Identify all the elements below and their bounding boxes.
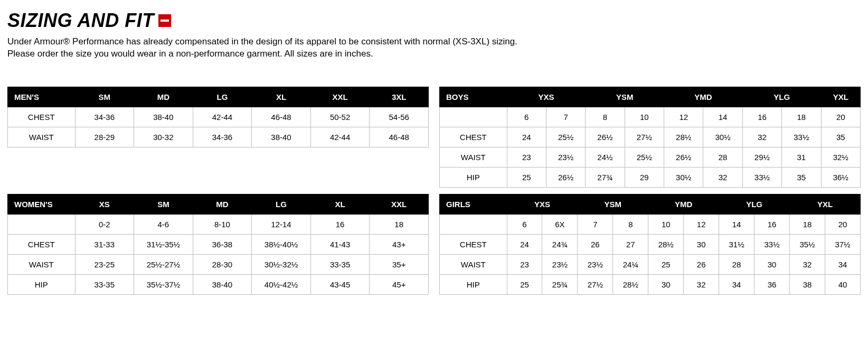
- size-cell: 16: [754, 214, 790, 234]
- size-cell: 33-35: [310, 254, 370, 274]
- size-cell: 24: [507, 127, 546, 147]
- size-cell: 29: [625, 167, 664, 187]
- size-cell: 27: [613, 234, 648, 254]
- size-header: YSM: [578, 194, 648, 214]
- size-cell: 46-48: [252, 107, 311, 127]
- size-cell: 20: [821, 107, 860, 127]
- womens-table: WOMEN'SXSSMMDLGXLXXL0-24-68-1012-141618C…: [7, 194, 429, 295]
- size-cell: 25: [507, 167, 546, 187]
- size-cell: 36½: [821, 167, 860, 187]
- table-title: GIRLS: [440, 194, 507, 214]
- size-header: YLG: [719, 194, 790, 214]
- size-cell: 18: [790, 214, 825, 234]
- size-cell: 33½: [742, 167, 781, 187]
- size-header: SM: [75, 87, 134, 107]
- size-cell: 20: [825, 214, 860, 234]
- size-cell: 32: [703, 167, 742, 187]
- size-cell: 40½-42½: [252, 274, 311, 294]
- size-cell: 31: [782, 147, 821, 167]
- size-header: XXL: [370, 194, 429, 214]
- size-cell: 54-56: [370, 107, 429, 127]
- size-cell: 34-36: [75, 107, 134, 127]
- size-cell: 38-40: [134, 107, 193, 127]
- size-cell: 30: [648, 274, 684, 294]
- size-cell: 10: [648, 214, 684, 234]
- size-cell: 33-35: [75, 274, 134, 294]
- size-cell: 24¼: [613, 254, 648, 274]
- size-cell: 23½: [546, 147, 585, 167]
- size-header: YXS: [507, 87, 586, 107]
- size-cell: 27½: [578, 274, 613, 294]
- collapse-icon[interactable]: [158, 14, 171, 27]
- size-header: LG: [252, 194, 311, 214]
- size-cell: 26: [578, 234, 613, 254]
- size-cell: 6: [507, 107, 546, 127]
- size-cell: 32: [684, 274, 719, 294]
- size-cell: 38½-40½: [252, 234, 311, 254]
- size-cell: 30: [684, 234, 719, 254]
- size-cell: 31½-35½: [134, 234, 193, 254]
- size-cell: 36: [754, 274, 790, 294]
- size-cell: 28: [719, 254, 754, 274]
- boys-table: BOYSYXSYSMYMDYLGYXL678101214161820CHEST2…: [439, 87, 861, 188]
- size-cell: 27¾: [586, 167, 625, 187]
- size-cell: 8-10: [193, 214, 252, 234]
- row-label: WAIST: [8, 127, 76, 147]
- size-cell: 45+: [370, 274, 429, 294]
- size-cell: 16: [310, 214, 370, 234]
- size-header: YSM: [586, 87, 664, 107]
- row-label: WAIST: [8, 254, 76, 274]
- table-row: CHEST34-3638-4042-4446-4850-5254-56: [8, 107, 429, 127]
- size-cell: 38-40: [252, 127, 311, 147]
- row-label: CHEST: [440, 234, 507, 254]
- size-cell: 31-33: [75, 234, 134, 254]
- table-row: HIP2526½27¾2930½3233½3536½: [440, 167, 861, 187]
- table-row: WAIST2323½23½24¼252628303234: [440, 254, 861, 274]
- size-cell: 42-44: [193, 107, 252, 127]
- size-header: YXL: [790, 194, 861, 214]
- size-cell: 24¾: [542, 234, 578, 254]
- size-cell: 28½: [648, 234, 684, 254]
- size-cell: 28: [703, 147, 742, 167]
- womens-table-wrap: WOMEN'SXSSMMDLGXLXXL0-24-68-1012-141618C…: [7, 194, 429, 295]
- row-label: [8, 214, 76, 234]
- row-label: [440, 107, 507, 127]
- size-cell: 25: [648, 254, 684, 274]
- size-header: YMD: [664, 87, 743, 107]
- size-cell: 25¾: [542, 274, 578, 294]
- size-cell: 28½: [613, 274, 648, 294]
- size-cell: 8: [613, 214, 648, 234]
- row-label: WAIST: [440, 254, 507, 274]
- table-title: BOYS: [440, 87, 507, 107]
- description: Under Armour® Performance has already co…: [7, 36, 861, 60]
- size-cell: 34-36: [193, 127, 252, 147]
- size-cell: 24: [507, 234, 542, 254]
- size-cell: 28½: [664, 127, 703, 147]
- size-header: YLG: [742, 87, 821, 107]
- size-cell: 35: [782, 167, 821, 187]
- size-cell: 30-32: [134, 127, 193, 147]
- size-cell: 38-40: [193, 274, 252, 294]
- size-cell: 18: [370, 214, 429, 234]
- size-header: 3XL: [370, 87, 429, 107]
- tables-grid: MEN'SSMMDLGXLXXL3XLCHEST34-3638-4042-444…: [7, 87, 861, 295]
- girls-table-wrap: GIRLSYXSYSMYMDYLGYXL66X78101214161820CHE…: [439, 194, 861, 295]
- size-cell: 8: [586, 107, 625, 127]
- size-cell: 10: [625, 107, 664, 127]
- table-row: WAIST28-2930-3234-3638-4042-4446-48: [8, 127, 429, 147]
- size-cell: 29½: [742, 147, 781, 167]
- size-cell: 32½: [821, 147, 860, 167]
- size-cell: 25½: [546, 127, 585, 147]
- size-cell: 7: [578, 214, 613, 234]
- size-cell: 40: [825, 274, 860, 294]
- size-cell: 23-25: [75, 254, 134, 274]
- size-header: XL: [310, 194, 370, 214]
- row-label: HIP: [440, 167, 507, 187]
- row-label: CHEST: [8, 234, 76, 254]
- size-cell: 12-14: [252, 214, 311, 234]
- size-cell: 28-30: [193, 254, 252, 274]
- table-row: CHEST2424¾262728½3031½33½35½37½: [440, 234, 861, 254]
- size-header: YXS: [507, 194, 578, 214]
- boys-table-wrap: BOYSYXSYSMYMDYLGYXL678101214161820CHEST2…: [439, 87, 861, 188]
- size-cell: 30½-32½: [252, 254, 311, 274]
